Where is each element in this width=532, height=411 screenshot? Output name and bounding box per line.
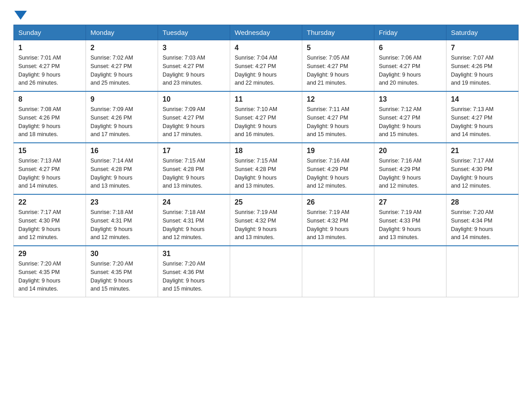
calendar-cell: 23 Sunrise: 7:18 AM Sunset: 4:31 PM Dayl… <box>86 194 158 246</box>
calendar-cell: 19 Sunrise: 7:16 AM Sunset: 4:29 PM Dayl… <box>302 143 374 194</box>
calendar-cell: 3 Sunrise: 7:03 AM Sunset: 4:27 PM Dayli… <box>158 40 230 92</box>
daylight-minutes: and 13 minutes. <box>379 234 419 240</box>
sunset-label: Sunset: <box>90 63 111 69</box>
sunset-value: 4:27 PM <box>39 63 60 69</box>
calendar-cell: 17 Sunrise: 7:15 AM Sunset: 4:28 PM Dayl… <box>158 143 230 194</box>
sunrise-label: Sunrise: <box>307 55 329 61</box>
sunset-label: Sunset: <box>307 218 327 224</box>
sunset-value: 4:27 PM <box>327 63 348 69</box>
day-number: 2 <box>90 44 153 52</box>
day-number: 21 <box>451 147 514 155</box>
sunset-label: Sunset: <box>307 115 327 121</box>
sunset-value: 4:33 PM <box>399 218 420 224</box>
day-info: Sunrise: 7:11 AM Sunset: 4:27 PM Dayligh… <box>307 105 369 139</box>
sunrise-label: Sunrise: <box>235 209 257 215</box>
sunset-label: Sunset: <box>379 63 399 69</box>
sunrise-value: 7:17 AM <box>473 158 493 164</box>
day-info: Sunrise: 7:14 AM Sunset: 4:28 PM Dayligh… <box>90 157 153 190</box>
daylight-minutes: and 14 minutes. <box>18 286 58 292</box>
sunrise-value: 7:18 AM <box>184 209 205 215</box>
sunrise-value: 7:19 AM <box>329 209 349 215</box>
day-number: 27 <box>379 198 442 206</box>
day-header-monday: Monday <box>86 25 158 40</box>
calendar-cell: 5 Sunrise: 7:05 AM Sunset: 4:27 PM Dayli… <box>302 40 374 92</box>
daylight-minutes: and 16 minutes. <box>235 131 275 137</box>
day-header-sunday: Sunday <box>14 25 86 40</box>
sunrise-label: Sunrise: <box>379 209 401 215</box>
sunset-label: Sunset: <box>163 269 183 275</box>
calendar-cell: 13 Sunrise: 7:12 AM Sunset: 4:27 PM Dayl… <box>374 91 446 143</box>
daylight-minutes: and 25 minutes. <box>90 80 130 86</box>
daylight-minutes: and 12 minutes. <box>307 183 347 189</box>
sunset-value: 4:27 PM <box>255 63 276 69</box>
sunset-value: 4:27 PM <box>255 115 276 121</box>
sunrise-value: 7:05 AM <box>329 55 349 61</box>
sunset-label: Sunset: <box>18 166 39 172</box>
daylight-minutes: and 13 minutes. <box>235 183 275 189</box>
sunrise-value: 7:06 AM <box>401 55 421 61</box>
day-info: Sunrise: 7:15 AM Sunset: 4:28 PM Dayligh… <box>163 157 225 190</box>
daylight-minutes: and 13 minutes. <box>235 234 275 240</box>
calendar-cell: 29 Sunrise: 7:20 AM Sunset: 4:35 PM Dayl… <box>14 246 86 297</box>
day-header-tuesday: Tuesday <box>158 25 230 40</box>
day-number: 14 <box>451 95 514 103</box>
day-info: Sunrise: 7:10 AM Sunset: 4:27 PM Dayligh… <box>235 105 297 139</box>
day-number: 22 <box>18 198 81 206</box>
daylight-label: Daylight: 9 hours <box>90 72 133 78</box>
calendar-week-1: 1 Sunrise: 7:01 AM Sunset: 4:27 PM Dayli… <box>14 40 519 92</box>
sunset-value: 4:35 PM <box>111 269 132 275</box>
sunset-label: Sunset: <box>379 218 399 224</box>
daylight-minutes: and 26 minutes. <box>18 80 58 86</box>
sunset-label: Sunset: <box>18 115 39 121</box>
sunset-value: 4:27 PM <box>183 63 204 69</box>
calendar-week-3: 15 Sunrise: 7:13 AM Sunset: 4:27 PM Dayl… <box>14 143 519 194</box>
sunset-value: 4:27 PM <box>399 115 420 121</box>
day-info: Sunrise: 7:08 AM Sunset: 4:26 PM Dayligh… <box>18 105 81 139</box>
calendar-cell: 12 Sunrise: 7:11 AM Sunset: 4:27 PM Dayl… <box>302 91 374 143</box>
sunrise-label: Sunrise: <box>18 209 40 215</box>
sunrise-label: Sunrise: <box>307 106 329 112</box>
day-number: 31 <box>163 250 225 258</box>
sunset-label: Sunset: <box>163 115 183 121</box>
daylight-label: Daylight: 9 hours <box>379 175 421 181</box>
calendar-cell: 20 Sunrise: 7:16 AM Sunset: 4:29 PM Dayl… <box>374 143 446 194</box>
sunrise-value: 7:16 AM <box>401 158 421 164</box>
sunrise-label: Sunrise: <box>163 106 184 112</box>
day-number: 24 <box>163 198 225 206</box>
daylight-minutes: and 22 minutes. <box>235 80 275 86</box>
sunset-label: Sunset: <box>90 166 111 172</box>
day-info: Sunrise: 7:09 AM Sunset: 4:27 PM Dayligh… <box>163 105 225 139</box>
sunset-value: 4:28 PM <box>183 166 204 172</box>
sunrise-value: 7:09 AM <box>184 106 205 112</box>
calendar-cell: 16 Sunrise: 7:14 AM Sunset: 4:28 PM Dayl… <box>86 143 158 194</box>
day-info: Sunrise: 7:16 AM Sunset: 4:29 PM Dayligh… <box>307 157 369 190</box>
daylight-label: Daylight: 9 hours <box>18 226 60 232</box>
daylight-label: Daylight: 9 hours <box>307 72 349 78</box>
sunrise-label: Sunrise: <box>379 55 401 61</box>
sunrise-value: 7:20 AM <box>40 261 61 267</box>
day-number: 6 <box>379 44 442 52</box>
sunset-label: Sunset: <box>90 269 111 275</box>
calendar-cell: 9 Sunrise: 7:09 AM Sunset: 4:26 PM Dayli… <box>86 91 158 143</box>
sunrise-label: Sunrise: <box>163 158 184 164</box>
sunset-label: Sunset: <box>18 269 39 275</box>
day-number: 16 <box>90 147 153 155</box>
daylight-minutes: and 15 minutes. <box>379 131 419 137</box>
daylight-label: Daylight: 9 hours <box>90 226 133 232</box>
calendar-week-4: 22 Sunrise: 7:17 AM Sunset: 4:30 PM Dayl… <box>14 194 519 246</box>
daylight-minutes: and 13 minutes. <box>90 183 130 189</box>
sunset-value: 4:27 PM <box>472 115 493 121</box>
daylight-label: Daylight: 9 hours <box>307 175 349 181</box>
daylight-label: Daylight: 9 hours <box>379 226 421 232</box>
day-info: Sunrise: 7:17 AM Sunset: 4:30 PM Dayligh… <box>451 157 514 190</box>
day-number: 8 <box>18 95 81 103</box>
sunrise-value: 7:04 AM <box>257 55 277 61</box>
sunset-label: Sunset: <box>18 218 39 224</box>
calendar-cell: 11 Sunrise: 7:10 AM Sunset: 4:27 PM Dayl… <box>230 91 302 143</box>
sunset-label: Sunset: <box>163 218 183 224</box>
calendar-cell <box>302 246 374 297</box>
day-info: Sunrise: 7:20 AM Sunset: 4:35 PM Dayligh… <box>18 260 81 293</box>
sunrise-label: Sunrise: <box>18 55 40 61</box>
day-info: Sunrise: 7:05 AM Sunset: 4:27 PM Dayligh… <box>307 54 369 87</box>
daylight-label: Daylight: 9 hours <box>451 226 493 232</box>
